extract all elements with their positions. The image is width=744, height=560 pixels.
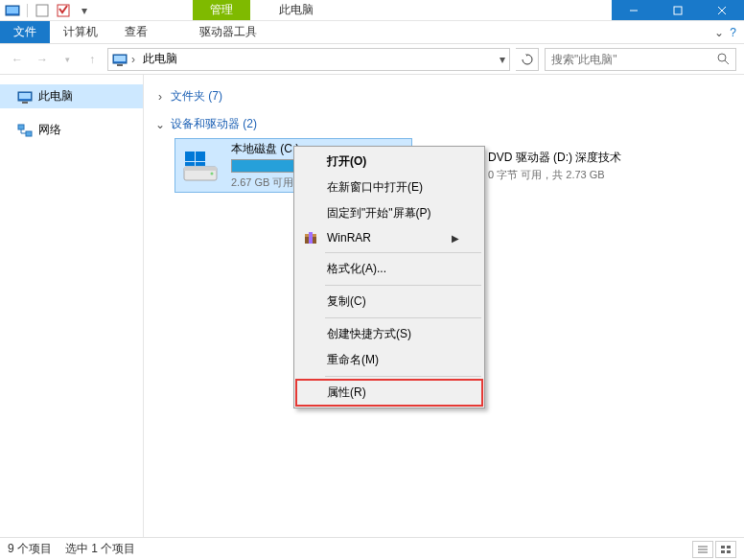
nav-forward-button[interactable]: →: [33, 50, 52, 69]
refresh-button[interactable]: [516, 48, 539, 71]
maximize-button[interactable]: [656, 0, 700, 20]
statusbar: 9 个项目 选中 1 个项目: [0, 537, 744, 560]
svg-rect-35: [727, 546, 731, 548]
menu-create-shortcut[interactable]: 创建快捷方式(S): [296, 321, 482, 347]
svg-rect-15: [22, 102, 28, 104]
ribbon-expand-icon[interactable]: ⌄: [714, 26, 724, 39]
menu-separator: [325, 252, 481, 253]
chevron-down-icon: ⌄: [155, 118, 165, 131]
window-controls: [612, 0, 744, 20]
menu-pin-to-start[interactable]: 固定到"开始"屏幕(P): [296, 200, 482, 226]
tab-view[interactable]: 查看: [111, 21, 161, 43]
pc-icon: [17, 89, 33, 105]
menu-rename[interactable]: 重命名(M): [296, 347, 482, 373]
breadcrumb-sep[interactable]: ›: [131, 53, 135, 66]
ribbon-help-icon[interactable]: ?: [730, 26, 736, 39]
svg-rect-2: [36, 5, 48, 16]
menu-format[interactable]: 格式化(A)...: [296, 256, 482, 282]
winrar-icon: [302, 229, 319, 246]
svg-rect-36: [721, 550, 725, 553]
breadcrumb-this-pc[interactable]: 此电脑: [139, 51, 181, 67]
group-label: 设备和驱动器 (2): [171, 116, 257, 132]
titlebar: ▾ 管理 此电脑: [0, 0, 744, 21]
group-header-folders[interactable]: › 文件夹 (7): [155, 82, 732, 110]
svg-rect-10: [117, 64, 123, 66]
svg-rect-23: [196, 162, 205, 166]
svg-rect-14: [19, 93, 31, 99]
svg-rect-22: [185, 162, 195, 166]
nav-up-button[interactable]: ↑: [82, 50, 102, 69]
menu-winrar[interactable]: WinRAR ▶: [296, 226, 482, 249]
search-icon[interactable]: [717, 53, 730, 65]
svg-rect-9: [114, 56, 126, 61]
sidebar-item-this-pc[interactable]: 此电脑: [0, 84, 143, 108]
svg-point-24: [211, 172, 214, 175]
minimize-button[interactable]: [612, 0, 656, 20]
context-menu: 打开(O) 在新窗口中打开(E) 固定到"开始"屏幕(P) WinRAR ▶ 格…: [293, 146, 485, 408]
ribbon-context-tab-manage[interactable]: 管理: [193, 0, 250, 20]
qat-dropdown-icon[interactable]: ▾: [76, 2, 93, 19]
svg-rect-21: [196, 152, 205, 161]
address-dropdown-icon[interactable]: ▾: [500, 53, 505, 66]
menu-open[interactable]: 打开(O): [296, 149, 482, 175]
body: 此电脑 网络 › 文件夹 (7) ⌄ 设备和驱动器 (2) 本地磁盘 (C:: [0, 75, 744, 537]
chevron-right-icon: ›: [155, 90, 165, 104]
status-item-count: 9 个项目: [8, 541, 52, 557]
menu-separator: [325, 376, 481, 377]
window-title: 此电脑: [250, 0, 342, 20]
sidebar-item-label: 网络: [38, 122, 61, 138]
address-bar[interactable]: › 此电脑 ▾: [107, 48, 510, 71]
system-icon[interactable]: [4, 2, 21, 19]
view-tiles-button[interactable]: [715, 541, 736, 558]
quick-access-toolbar: ▾: [0, 0, 97, 20]
menu-properties[interactable]: 属性(R): [296, 380, 482, 406]
status-selection-count: 选中 1 个项目: [65, 541, 135, 557]
drive-name: DVD 驱动器 (D:) 深度技术: [488, 150, 664, 166]
menu-open-new-window[interactable]: 在新窗口中打开(E): [296, 175, 482, 200]
menu-copy[interactable]: 复制(C): [296, 289, 482, 315]
navbar: ← → ▾ ↑ › 此电脑 ▾: [0, 44, 744, 75]
svg-rect-16: [18, 125, 24, 129]
svg-rect-5: [674, 7, 682, 14]
group-label: 文件夹 (7): [171, 88, 222, 105]
svg-rect-34: [721, 546, 725, 548]
menu-separator: [325, 285, 481, 286]
ribbon-tabs: 文件 计算机 查看 驱动器工具 ⌄ ?: [0, 21, 744, 44]
qat-properties-icon[interactable]: [55, 2, 72, 19]
tab-computer[interactable]: 计算机: [50, 21, 111, 43]
nav-recent-dropdown[interactable]: ▾: [58, 50, 77, 69]
search-input[interactable]: [551, 53, 717, 66]
hdd-icon: [179, 145, 221, 187]
qat-new-icon[interactable]: [34, 2, 51, 19]
svg-rect-30: [309, 232, 313, 244]
nav-back-button[interactable]: ←: [8, 50, 27, 69]
network-icon: [17, 123, 33, 138]
svg-point-11: [718, 54, 726, 61]
close-button[interactable]: [700, 0, 744, 20]
tab-drive-tools[interactable]: 驱动器工具: [186, 21, 270, 43]
sidebar-item-label: 此电脑: [38, 88, 73, 105]
view-details-button[interactable]: [692, 541, 713, 558]
tab-file[interactable]: 文件: [0, 21, 50, 43]
svg-rect-20: [185, 152, 195, 161]
sidebar: 此电脑 网络: [0, 75, 144, 537]
drive-status: 0 字节 可用，共 2.73 GB: [488, 168, 664, 182]
svg-rect-1: [7, 7, 18, 13]
svg-rect-37: [727, 550, 731, 553]
svg-rect-17: [26, 131, 32, 136]
pc-icon: [112, 52, 128, 67]
submenu-arrow-icon: ▶: [452, 233, 459, 244]
sidebar-item-network[interactable]: 网络: [0, 118, 143, 142]
content-pane: › 文件夹 (7) ⌄ 设备和驱动器 (2) 本地磁盘 (C:) 2.67 GB…: [144, 75, 744, 537]
svg-line-12: [725, 60, 729, 64]
group-header-devices[interactable]: ⌄ 设备和驱动器 (2): [155, 110, 732, 138]
search-box[interactable]: [545, 48, 736, 71]
menu-separator: [325, 317, 481, 318]
svg-rect-19: [184, 167, 217, 171]
